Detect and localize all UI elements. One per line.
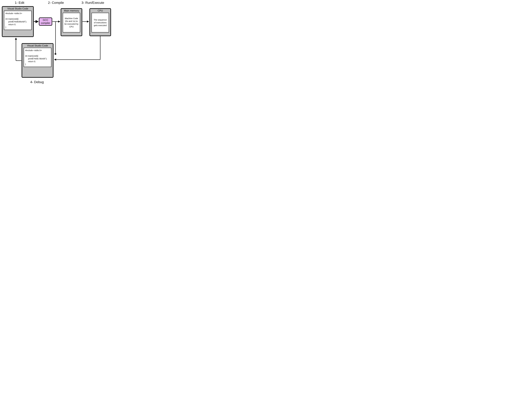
cpu-box-text: The sequence of instructions gets execut… <box>91 13 109 32</box>
memory-box-title: Main memory <box>61 9 82 13</box>
compiler-box: GCC compiler <box>39 17 52 26</box>
step-label-debug: 4- Debug <box>27 80 47 84</box>
edit-box-title: Visual Studio Code <box>2 7 33 11</box>
step-label-compile: 2- Compile <box>44 1 68 5</box>
edit-box: Visual Studio Code #include <stdio.h> in… <box>2 6 34 37</box>
edit-box-code: #include <stdio.h> int main(void){ print… <box>4 11 32 30</box>
step-label-run: 3- Run/Execute <box>78 1 107 5</box>
debug-box-title: Visual Studio Code <box>22 44 53 48</box>
cpu-box-title: CPU <box>90 9 110 13</box>
step-label-edit: 1- Edit <box>9 1 30 5</box>
debug-box: Visual Studio Code #include <stdio.h> in… <box>22 43 53 78</box>
debug-box-code: #include <stdio.h> int main(void){ print… <box>24 48 51 67</box>
memory-box: Main memory Machine Code (0s and 1s) to … <box>61 8 82 36</box>
cpu-box: CPU The sequence of instructions gets ex… <box>90 8 111 36</box>
memory-box-text: Machine Code (0s and 1s) to be executed … <box>63 13 80 32</box>
